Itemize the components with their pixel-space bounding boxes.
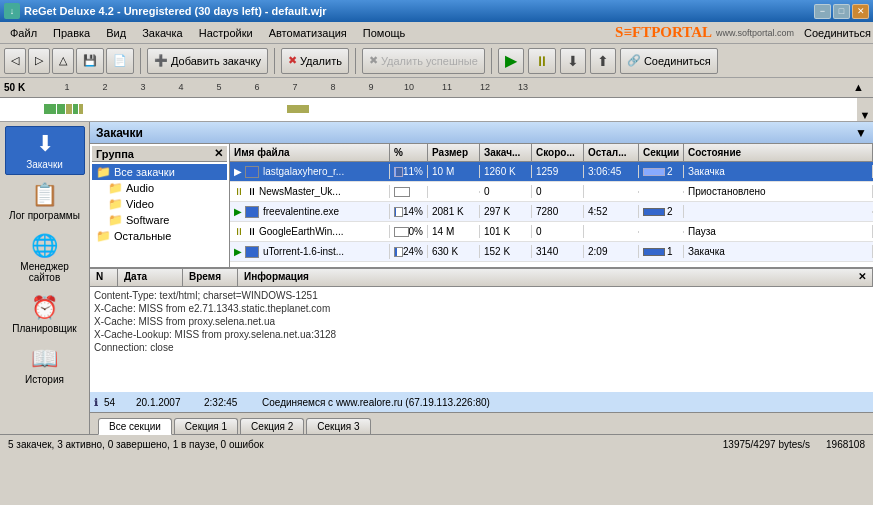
toolbar-sep-4 bbox=[491, 48, 492, 74]
log-line: X-Cache-Lookup: MISS from proxy.selena.n… bbox=[94, 328, 869, 341]
folder-icon-other: 📁 bbox=[96, 229, 111, 243]
ruler-bar: ▼ bbox=[0, 98, 873, 121]
log-close-icon[interactable]: ✕ bbox=[858, 271, 866, 284]
file-sections-cell bbox=[639, 231, 684, 233]
toolbar: ◁ ▷ △ 💾 📄 ➕ Добавить закачку ✖ Удалить ✖… bbox=[0, 44, 873, 78]
connection-button[interactable]: 🔗 Соединиться bbox=[620, 48, 718, 74]
tree-item-other[interactable]: 📁 Остальные bbox=[92, 228, 227, 244]
progress-seg-6 bbox=[287, 105, 309, 113]
file-name-cell: ⏸ ⏸ NewsMaster_Uk... bbox=[230, 185, 390, 198]
file-row[interactable]: ⏸ ⏸ NewsMaster_Uk... 0 0 Приостановлено bbox=[230, 182, 873, 202]
tab-секция-2[interactable]: Секция 2 bbox=[240, 418, 304, 434]
panel-expand-icon[interactable]: ▼ bbox=[855, 126, 867, 140]
connection-icon: 🔗 bbox=[627, 54, 641, 67]
tree-item-video[interactable]: 📁 Video bbox=[104, 196, 227, 212]
downloads-icon: ⬇ bbox=[36, 131, 54, 157]
menu-file[interactable]: Файл bbox=[2, 25, 45, 41]
file-status-icon: ▶ bbox=[234, 246, 242, 257]
ruler-scrolldown[interactable]: ▼ bbox=[857, 98, 873, 121]
section-bar bbox=[643, 168, 665, 176]
file-percent-cell: 24% bbox=[390, 245, 428, 258]
connect-button[interactable]: Соединиться bbox=[804, 27, 871, 39]
sidebar-item-downloads[interactable]: ⬇ Закачки bbox=[5, 126, 85, 175]
col-size[interactable]: Размер bbox=[428, 144, 480, 161]
folder-icon-video: 📁 bbox=[108, 197, 123, 211]
tree-item-audio[interactable]: 📁 Audio bbox=[104, 180, 227, 196]
pause-button[interactable]: ⏸ bbox=[528, 48, 556, 74]
log-selected-row[interactable]: ℹ 54 20.1.2007 2:32:45 Соединяемся с www… bbox=[90, 392, 873, 412]
file-row[interactable]: ⏸ ⏸ GoogleEarthWin.... 0% 14 M 101 K 0 П… bbox=[230, 222, 873, 242]
file-percent-cell: 14% bbox=[390, 205, 428, 218]
group-close-icon[interactable]: ✕ bbox=[214, 147, 223, 160]
tree-label-audio: Audio bbox=[126, 182, 154, 194]
statusbar: 5 закачек, 3 активно, 0 завершено, 1 в п… bbox=[0, 434, 873, 454]
upload-arrow-button[interactable]: ⬆ bbox=[590, 48, 616, 74]
sidebar-item-history[interactable]: 📖 История bbox=[5, 341, 85, 390]
ruler-scrollup[interactable]: ▲ bbox=[853, 81, 869, 93]
file-row[interactable]: ▶ freevalentine.exe 14% 2081 K 297 K 728… bbox=[230, 202, 873, 222]
tab-секция-3[interactable]: Секция 3 bbox=[306, 418, 370, 434]
col-downloaded[interactable]: Закач... bbox=[480, 144, 532, 161]
file-size-cell: 2081 K bbox=[428, 205, 480, 218]
tree-item-software[interactable]: 📁 Software bbox=[104, 212, 227, 228]
menu-download[interactable]: Закачка bbox=[134, 25, 191, 41]
copy-button[interactable]: 📄 bbox=[106, 48, 134, 74]
file-name-cell: ▶ uTorrent-1.6-inst... bbox=[230, 244, 390, 258]
status-speed: 13975/4297 bytes/s bbox=[723, 439, 810, 450]
delete-success-button[interactable]: ✖ Удалить успешные bbox=[362, 48, 485, 74]
log-icon: 📋 bbox=[31, 182, 58, 208]
log-panel: N Дата Время Информация ✕ Content-Type: … bbox=[90, 267, 873, 412]
maximize-button[interactable]: □ bbox=[833, 4, 850, 19]
tree-children: 📁 Audio 📁 Video 📁 Software bbox=[92, 180, 227, 228]
close-button[interactable]: ✕ bbox=[852, 4, 869, 19]
tree-item-all[interactable]: 📁 Все закачки bbox=[92, 164, 227, 180]
log-col-n: N bbox=[90, 269, 118, 286]
col-status[interactable]: Состояние bbox=[684, 144, 873, 161]
col-filename[interactable]: Имя файла bbox=[230, 144, 390, 161]
menu-automation[interactable]: Автоматизация bbox=[261, 25, 355, 41]
tab-все-секции[interactable]: Все секции bbox=[98, 418, 172, 435]
file-row[interactable]: ▶ uTorrent-1.6-inst... 24% 630 K 152 K 3… bbox=[230, 242, 873, 262]
sidebar-item-log[interactable]: 📋 Лог программы bbox=[5, 177, 85, 226]
log-line: X-Cache: MISS from proxy.selena.net.ua bbox=[94, 315, 869, 328]
progress-bar-mini bbox=[394, 247, 403, 257]
file-size-cell: 10 M bbox=[428, 165, 480, 178]
nav-back-button[interactable]: ◁ bbox=[4, 48, 26, 74]
file-sections: 2 bbox=[667, 206, 673, 217]
menu-settings[interactable]: Настройки bbox=[191, 25, 261, 41]
sidebar-item-sites[interactable]: 🌐 Менеджер сайтов bbox=[5, 228, 85, 288]
col-sections[interactable]: Секции bbox=[639, 144, 684, 161]
menu-help[interactable]: Помощь bbox=[355, 25, 414, 41]
menu-edit[interactable]: Правка bbox=[45, 25, 98, 41]
nav-forward-button[interactable]: ▷ bbox=[28, 48, 50, 74]
tab-секция-1[interactable]: Секция 1 bbox=[174, 418, 238, 434]
col-speed[interactable]: Скоро... bbox=[532, 144, 584, 161]
sidebar-label-scheduler: Планировщик bbox=[12, 323, 76, 334]
col-remaining[interactable]: Остал... bbox=[584, 144, 639, 161]
save-button[interactable]: 💾 bbox=[76, 48, 104, 74]
sidebar-item-scheduler[interactable]: ⏰ Планировщик bbox=[5, 290, 85, 339]
log-row-date: 20.1.2007 bbox=[136, 397, 198, 408]
progress-bar-mini bbox=[394, 207, 403, 217]
file-name-cell: ⏸ ⏸ GoogleEarthWin.... bbox=[230, 225, 390, 238]
log-line: Connection: close bbox=[94, 341, 869, 354]
ruler-area: 50 K 1 2 3 4 5 6 7 8 9 10 11 12 13 ▲ bbox=[0, 78, 873, 122]
add-download-label: Добавить закачку bbox=[171, 55, 261, 67]
add-download-button[interactable]: ➕ Добавить закачку bbox=[147, 48, 268, 74]
menu-view[interactable]: Вид bbox=[98, 25, 134, 41]
file-row[interactable]: ▶ lastgalaxyhero_r... 11% 10 M 1260 K 12… bbox=[230, 162, 873, 182]
nav-up-button[interactable]: △ bbox=[52, 48, 74, 74]
delete-button[interactable]: ✖ Удалить bbox=[281, 48, 349, 74]
minimize-button[interactable]: − bbox=[814, 4, 831, 19]
panel-body: Группа ✕ 📁 Все закачки 📁 Audio 📁 Video bbox=[90, 144, 873, 267]
play-button[interactable]: ▶ bbox=[498, 48, 524, 74]
download-arrow-button[interactable]: ⬇ bbox=[560, 48, 586, 74]
section-bar bbox=[643, 208, 665, 216]
tab-bar: Все секцииСекция 1Секция 2Секция 3 bbox=[90, 412, 873, 434]
col-percent[interactable]: % bbox=[390, 144, 428, 161]
file-icon-mini bbox=[245, 205, 261, 217]
file-status-icon: ▶ bbox=[234, 206, 242, 217]
folder-icon-all: 📁 bbox=[96, 165, 111, 179]
file-speed-cell: 0 bbox=[532, 185, 584, 198]
log-col-info: Информация ✕ bbox=[238, 269, 873, 286]
